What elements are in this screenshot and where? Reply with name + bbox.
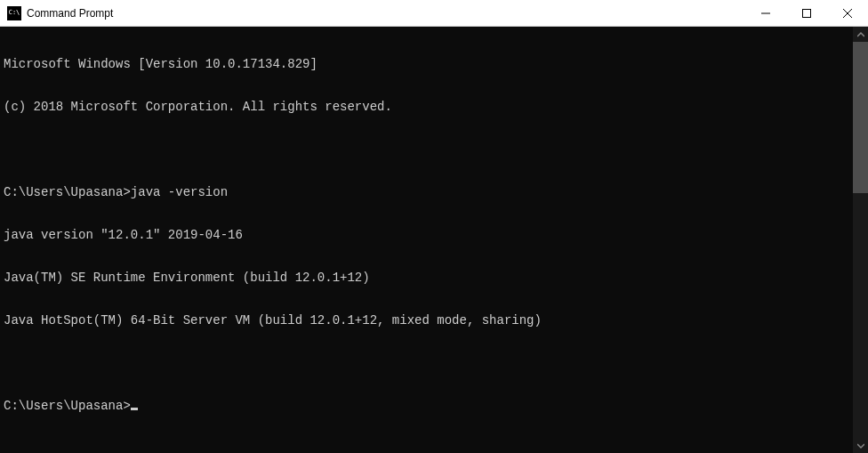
terminal-area: Microsoft Windows [Version 10.0.17134.82… [0,27,868,453]
scroll-thumb[interactable] [853,42,868,193]
scroll-up-button[interactable] [853,27,868,42]
output-line: (c) 2018 Microsoft Corporation. All righ… [4,100,849,114]
svg-rect-1 [803,9,811,17]
window-titlebar: Command Prompt [0,0,868,27]
output-line: Microsoft Windows [Version 10.0.17134.82… [4,57,849,71]
minimize-icon [761,9,770,18]
vertical-scrollbar[interactable] [853,27,868,453]
output-line: Java(TM) SE Runtime Environment (build 1… [4,271,849,285]
window-controls [745,0,868,26]
close-button[interactable] [827,0,868,26]
maximize-button[interactable] [786,0,827,26]
cursor [131,408,138,410]
cmd-icon [7,6,21,20]
output-line: C:\Users\Upasana>java -version [4,185,849,199]
minimize-button[interactable] [745,0,786,26]
output-line [4,142,849,157]
window-title: Command Prompt [27,7,745,20]
prompt-text: C:\Users\Upasana> [4,399,131,413]
prompt-line: C:\Users\Upasana> [4,399,849,413]
maximize-icon [802,9,811,18]
close-icon [843,9,852,18]
output-line: java version "12.0.1" 2019-04-16 [4,228,849,242]
chevron-down-icon [857,442,864,449]
output-line: Java HotSpot(TM) 64-Bit Server VM (build… [4,313,849,328]
chevron-up-icon [857,31,864,38]
scroll-down-button[interactable] [853,438,868,453]
output-line [4,356,849,370]
terminal-output[interactable]: Microsoft Windows [Version 10.0.17134.82… [0,27,853,453]
